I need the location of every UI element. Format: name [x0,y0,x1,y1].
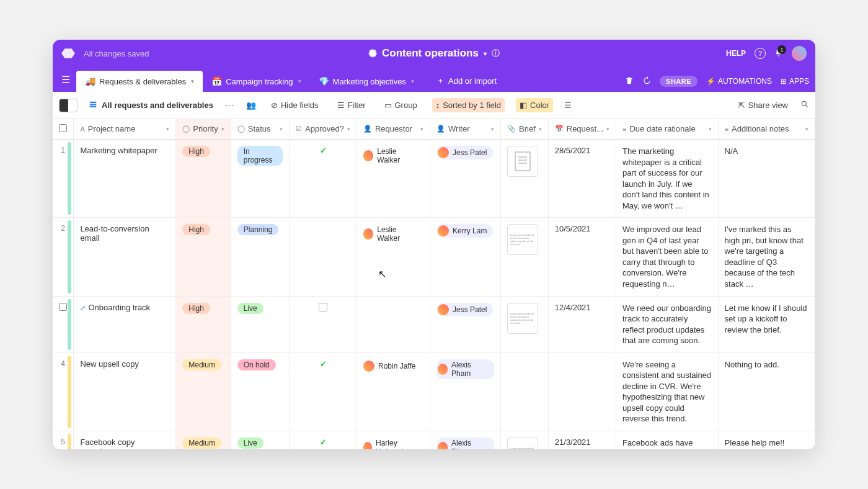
chevron-down-icon[interactable]: ▾ [280,126,283,132]
trash-icon[interactable] [625,76,634,87]
column-header[interactable]: 📎Brief▾ [501,119,549,140]
select-all-checkbox[interactable] [59,124,67,132]
row-number-cell[interactable]: 5 [53,431,74,449]
search-icon[interactable] [800,100,809,110]
cell-brief[interactable]: Lorem ipsum dolor sit amet consectetur a… [501,431,549,449]
table-row[interactable]: ⤢Onboarding trackHighLiveJess PatelLorem… [53,296,815,352]
attachment-thumbnail[interactable]: Lorem ipsum dolor sit amet consectetur a… [507,303,538,334]
cell-requestor[interactable]: Harley Holbrook [356,431,430,449]
cell-brief[interactable]: Lorem ipsum dolor sit amet consectetur a… [501,296,549,352]
column-header[interactable]: ≡Additional notes▾ [718,119,815,140]
cell-rationale[interactable]: We're seeing a consistent and sustained … [616,352,719,431]
row-number-cell[interactable] [53,296,74,352]
chevron-down-icon[interactable]: ▾ [491,126,494,132]
row-checkbox[interactable] [59,303,67,311]
chevron-down-icon[interactable]: ▾ [709,126,712,132]
user-avatar[interactable] [792,46,807,61]
table-tab-0[interactable]: 🚚Requests & deliverables▾ [76,71,203,92]
sort-button[interactable]: ↕ Sorted by 1 field [432,98,505,112]
cell-approved[interactable]: ✓ [290,431,357,449]
chevron-down-icon[interactable]: ▾ [420,126,423,132]
cell-rationale[interactable]: We need our onboarding track to accurate… [616,296,719,352]
hamburger-icon[interactable]: ☰ [59,74,76,92]
table-row[interactable]: 4New upsell copyMediumOn hold✓Robin Jaff… [53,352,815,431]
cell-requestor[interactable]: Leslie Walker [356,218,430,296]
chevron-down-icon[interactable]: ▾ [805,126,808,132]
view-picker[interactable]: All requests and deliverables [89,101,213,110]
cell-request-date[interactable] [548,352,616,431]
cell-rationale[interactable]: The marketing whitepaper is a critical p… [616,140,719,218]
cell-notes[interactable]: I've marked this as high pri, but know t… [718,218,815,296]
cell-priority[interactable]: Medium [176,352,231,431]
column-header[interactable]: ◯Status▾ [231,119,289,140]
table-row[interactable]: 5Facebook copy experimentsMediumLive✓Har… [53,431,815,449]
checkbox-empty[interactable] [319,303,327,312]
cell-status[interactable]: In progress [231,140,289,218]
collaborators-icon[interactable]: 👥 [246,101,256,110]
filter-button[interactable]: ☰ Filter [334,98,370,112]
column-header[interactable]: 📅Request...▾ [548,119,616,140]
cell-brief[interactable] [501,352,549,431]
cell-writer[interactable]: Jess Patel [430,140,501,218]
cell-writer[interactable]: Alexis Pham [430,352,501,431]
column-header[interactable]: 👤Requestor▾ [356,119,430,140]
cell-requestor[interactable]: Robin Jaffe [356,352,430,431]
group-button[interactable]: ▭ Group [381,98,421,112]
cell-status[interactable]: Planning [231,218,289,296]
cell-request-date[interactable]: 12/4/2021 [548,296,616,352]
cell-priority[interactable]: High [176,296,231,352]
column-header[interactable]: 👤Writer▾ [430,119,501,140]
cell-status[interactable]: On hold [231,352,289,431]
chevron-down-icon[interactable]: ▾ [347,126,350,132]
cell-approved[interactable] [290,218,357,296]
history-icon[interactable] [642,76,651,87]
row-number-cell[interactable]: 2 [53,218,74,296]
view-menu-icon[interactable]: ⋯ [224,99,235,111]
cell-notes[interactable]: Nothing to add. [718,352,815,431]
column-header[interactable]: ◯Priority▾ [176,119,231,140]
cell-status[interactable]: Live [231,431,289,449]
share-view-button[interactable]: ⇱ Share view [735,98,792,112]
automations-button[interactable]: ⚡ AUTOMATIONS [706,77,772,86]
attachment-thumbnail[interactable]: Lorem ipsum dolor sit amet consectetur a… [507,437,538,449]
cell-priority[interactable]: Medium [176,431,231,449]
chevron-down-icon[interactable]: ▾ [606,126,609,132]
cell-approved[interactable]: ✓ [290,352,357,431]
share-button[interactable]: SHARE [660,76,698,87]
chevron-down-icon[interactable]: ▾ [166,126,169,132]
color-button[interactable]: ◧ Color [516,98,553,112]
cell-project-name[interactable]: Lead-to-conversion email [74,218,176,296]
app-logo-icon[interactable] [61,47,75,60]
table-row[interactable]: 2Lead-to-conversion emailHighPlanningLes… [53,218,815,296]
column-header[interactable]: ☑Approved?▾ [290,119,357,140]
cell-requestor[interactable]: Leslie Walker [356,140,430,218]
cell-approved[interactable] [290,296,357,352]
help-icon[interactable]: ? [755,48,766,59]
cell-rationale[interactable]: We improved our lead gen in Q4 of last y… [616,218,719,296]
apps-button[interactable]: ⊞ APPS [781,77,809,86]
column-header[interactable]: ≡Due date rationale▾ [616,119,719,140]
cell-priority[interactable]: High [176,140,231,218]
cell-request-date[interactable]: 21/3/2021 [548,431,616,449]
chevron-down-icon[interactable]: ▾ [539,126,542,132]
notifications-icon[interactable]: 1 [774,48,783,59]
add-import-button[interactable]: ＋ Add or import [428,70,505,92]
attachment-thumbnail[interactable]: Lorem ipsum dolor sit amet consectetur a… [507,224,538,255]
cell-notes[interactable]: Let me know if I should set up a kickoff… [718,296,815,352]
cell-request-date[interactable]: 10/5/2021 [548,218,616,296]
info-icon[interactable]: ⓘ [492,48,500,59]
cell-project-name[interactable]: Facebook copy experiments [74,431,176,449]
table-tab-2[interactable]: 💎Marketing objectives▾ [310,71,423,92]
row-height-icon[interactable]: ☰ [564,101,572,110]
expand-icon[interactable]: ⤢ [80,304,86,312]
chevron-down-icon[interactable]: ▾ [221,126,224,132]
base-title[interactable]: ✺ Content operations ▾ ⓘ [248,47,621,60]
cell-writer[interactable]: Jess Patel [430,296,501,352]
table-row[interactable]: 1Marketing whitepaperHighIn progress✓Les… [53,140,815,218]
cell-approved[interactable]: ✓ [290,140,357,218]
cell-notes[interactable]: Please help me!! [718,431,815,449]
cell-request-date[interactable]: 28/5/2021 [548,140,616,218]
sidebar-toggle[interactable] [59,99,78,112]
cell-requestor[interactable] [356,296,430,352]
row-number-cell[interactable]: 1 [53,140,74,218]
